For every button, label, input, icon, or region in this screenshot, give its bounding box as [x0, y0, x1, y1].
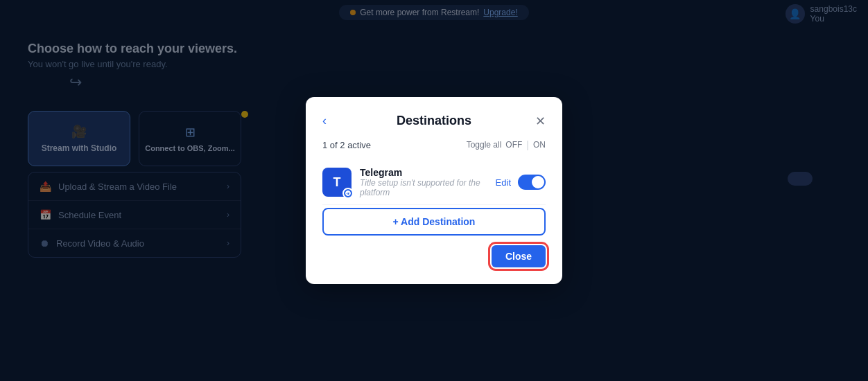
- toggle-separator: |: [526, 139, 529, 150]
- toggle-off-label: OFF: [505, 140, 522, 150]
- active-count: 1 of 2 active: [322, 140, 371, 150]
- telegram-badge: [342, 188, 354, 199]
- close-x-button[interactable]: ✕: [535, 115, 546, 127]
- modal-header: ‹ Destinations ✕: [322, 114, 546, 128]
- close-button[interactable]: Close: [492, 245, 546, 267]
- telegram-subtitle: Title setup isn't supported for the plat…: [360, 178, 487, 197]
- active-row: 1 of 2 active Toggle all OFF | ON: [322, 139, 546, 150]
- close-btn-row: Close: [322, 245, 546, 267]
- modal-overlay: ‹ Destinations ✕ 1 of 2 active Toggle al…: [0, 0, 868, 381]
- destinations-modal: ‹ Destinations ✕ 1 of 2 active Toggle al…: [306, 97, 562, 284]
- telegram-info: Telegram Title setup isn't supported for…: [360, 167, 487, 197]
- toggle-all-label: Toggle all: [467, 140, 502, 150]
- telegram-controls: Edit: [496, 175, 546, 190]
- destination-item-telegram: T Telegram Title setup isn't supported f…: [322, 160, 546, 205]
- telegram-name: Telegram: [360, 167, 487, 178]
- add-destination-button[interactable]: + Add Destination: [322, 208, 546, 236]
- modal-title: Destinations: [397, 114, 471, 128]
- edit-link[interactable]: Edit: [496, 177, 511, 188]
- telegram-avatar: T: [322, 168, 351, 197]
- telegram-letter: T: [333, 175, 341, 190]
- back-button[interactable]: ‹: [322, 114, 327, 128]
- toggle-all: Toggle all OFF | ON: [467, 139, 546, 150]
- telegram-toggle[interactable]: [518, 175, 546, 190]
- toggle-on-label: ON: [533, 140, 546, 150]
